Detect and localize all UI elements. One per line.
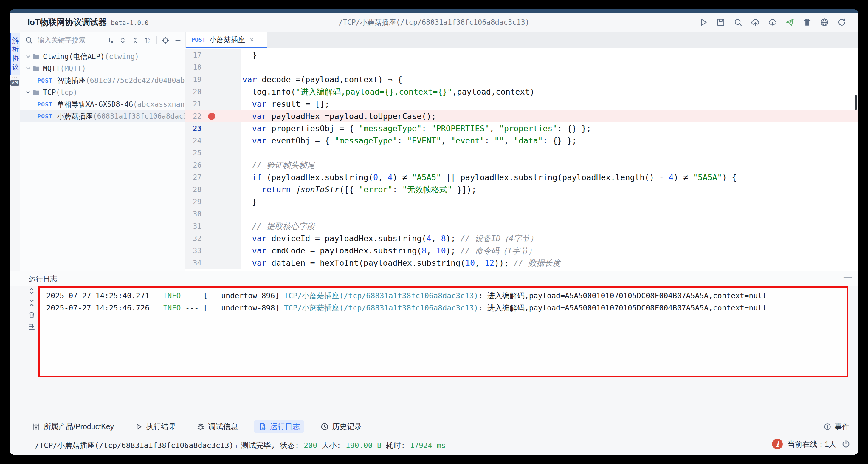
breakpoint-slot[interactable] <box>208 125 215 132</box>
export-log-icon[interactable] <box>27 323 36 331</box>
collapse-all-icon[interactable] <box>131 36 139 44</box>
gutter-line-17[interactable]: 17 <box>185 49 241 61</box>
minus-icon[interactable] <box>174 36 182 44</box>
chevron-down-icon[interactable] <box>25 65 32 72</box>
breakpoint-slot[interactable] <box>208 76 215 83</box>
bottom-tab-run-log[interactable]: LOG运行日志 <box>254 420 304 433</box>
tree-item-request-rail-meter[interactable]: POST单相导轨XA-GXSD8-4G(abcxassxnana <box>20 98 185 110</box>
code-text[interactable]: // 提取核心字段 <box>241 220 859 232</box>
run-icon[interactable] <box>699 18 708 27</box>
breakpoint-slot[interactable] <box>208 149 215 156</box>
breakpoint-slot[interactable] <box>208 235 215 242</box>
code-text[interactable] <box>241 147 859 159</box>
collapse-all-icon[interactable] <box>27 299 36 307</box>
gutter-line-21[interactable]: 21 <box>185 98 241 110</box>
breakpoint-slot[interactable] <box>208 198 215 205</box>
chevron-down-icon[interactable] <box>25 53 32 60</box>
trash-icon[interactable] <box>27 311 36 319</box>
gutter-line-18[interactable]: 18 <box>185 61 241 74</box>
bottom-tab-product[interactable]: 所属产品/ProductKey <box>27 420 118 433</box>
tree-item-folder-mqtt[interactable]: MQTT(MQTT) <box>20 63 185 75</box>
code-text[interactable]: if (payloadHex.substring(0, 4) ≠ "A5A5" … <box>241 171 859 183</box>
breakpoint-slot[interactable] <box>208 100 215 108</box>
breakpoint-slot[interactable] <box>208 259 215 267</box>
breakpoint-slot[interactable] <box>208 223 215 230</box>
code-text[interactable]: var propertiesObj = { "messageType": "PR… <box>241 122 859 135</box>
activity-tab-parse-protocol[interactable]: 解析协议 <box>9 33 20 75</box>
breakpoint-slot[interactable] <box>208 137 215 144</box>
bottom-tab-debug-info[interactable]: 调试信息 <box>192 420 242 433</box>
search-input[interactable] <box>37 36 103 45</box>
breakpoint-slot[interactable] <box>208 162 215 169</box>
breakpoint-slot[interactable] <box>208 88 215 95</box>
tree-item-request-smart-socket[interactable]: POST智能插座(681c0775c2dc427d0480ab5 <box>20 75 185 86</box>
activity-tab-api[interactable]: ••• API <box>10 77 20 86</box>
gutter-line-20[interactable]: 20 <box>185 86 241 98</box>
breakpoint-slot[interactable] <box>208 174 215 181</box>
code-text[interactable] <box>241 61 859 74</box>
gutter-line-19[interactable]: 19 <box>185 74 241 86</box>
power-icon[interactable] <box>841 439 851 449</box>
code-text[interactable]: var result = []; <box>241 98 859 110</box>
bottom-tab-history[interactable]: 历史记录 <box>316 420 366 433</box>
breakpoint-slot[interactable] <box>208 186 215 193</box>
tshirt-icon[interactable] <box>802 18 812 27</box>
code-text[interactable] <box>241 208 859 220</box>
code-text[interactable]: var eventObj = { "messageType": "EVENT",… <box>241 135 859 147</box>
code-text[interactable]: var cmdCode = payloadHex.substring(8, 10… <box>241 244 859 257</box>
editor-tab-mushroom-socket[interactable]: POST 小蘑菇插座 <box>186 32 267 48</box>
add-new-icon[interactable] <box>106 36 114 44</box>
code-text[interactable]: } <box>241 196 859 208</box>
save-icon[interactable] <box>716 18 725 27</box>
breakpoint-slot[interactable] <box>208 210 215 218</box>
code-text[interactable]: var payloadHex =payload.toUpperCase(); <box>241 110 859 122</box>
editor-scrollbar[interactable] <box>855 95 857 110</box>
gutter-line-26[interactable]: 26 <box>185 159 241 171</box>
cloud-download-icon[interactable] <box>768 18 777 27</box>
bottom-tab-exec-result[interactable]: 执行结果 <box>130 420 180 433</box>
breakpoint-slot[interactable] <box>208 64 215 71</box>
code-text[interactable]: // 验证帧头帧尾 <box>241 159 859 171</box>
tree-item-folder-tcp[interactable]: TCP(tcp) <box>20 86 185 98</box>
code-text[interactable]: var dataLen = hexToInt(payloadHex.substr… <box>241 257 859 269</box>
gutter-line-33[interactable]: 33 <box>185 244 241 257</box>
breakpoint-slot[interactable] <box>208 247 215 254</box>
breakpoint-slot[interactable] <box>208 52 215 59</box>
chevron-down-icon[interactable] <box>25 89 32 96</box>
tree-item-request-mushroom-socket[interactable]: POST小蘑菇插座(68831a1f38fc106a8dac3c13) <box>20 110 185 122</box>
expand-all-icon[interactable] <box>119 36 127 44</box>
gutter-line-34[interactable]: 34 <box>185 257 241 269</box>
sort-az-icon[interactable]: AZ <box>144 36 152 44</box>
gutter-line-31[interactable]: 31 <box>185 220 241 232</box>
gutter-line-23[interactable]: 23 <box>185 122 241 135</box>
code-text[interactable]: var decode =(payload,context) ⇒ { <box>241 74 859 86</box>
search-icon[interactable] <box>733 18 743 27</box>
log-source-link[interactable]: TCP/小蘑菇插座(/tcp/68831a1f38fc106a8dac3c13) <box>284 291 478 300</box>
gutter-line-27[interactable]: 27 <box>185 171 241 183</box>
globe-icon[interactable] <box>820 18 829 27</box>
code-text[interactable]: var deviceId = payloadHex.substring(4, 8… <box>241 232 859 244</box>
online-info-badge[interactable]: i <box>772 439 783 450</box>
events-button[interactable]: 事件 <box>823 422 849 432</box>
send-plane-icon[interactable] <box>785 18 795 27</box>
gutter-line-30[interactable]: 30 <box>185 208 241 220</box>
gutter-line-22[interactable]: 22 <box>185 110 241 122</box>
gutter-line-29[interactable]: 29 <box>185 196 241 208</box>
code-text[interactable]: return jsonToStr([{ "error": "无效帧格式" }])… <box>241 183 859 196</box>
close-icon[interactable] <box>249 36 255 43</box>
gutter-line-28[interactable]: 28 <box>185 183 241 196</box>
gutter-line-25[interactable]: 25 <box>185 147 241 159</box>
log-source-link[interactable]: TCP/小蘑菇插座(/tcp/68831a1f38fc106a8dac3c13) <box>284 303 478 312</box>
minimize-log-icon[interactable]: — <box>843 272 852 282</box>
tree-item-folder-ctwing[interactable]: Ctwing(电信AEP)(ctwing) <box>20 51 185 63</box>
refresh-icon[interactable] <box>837 18 846 27</box>
gutter-line-24[interactable]: 24 <box>185 135 241 147</box>
breakpoint-icon[interactable] <box>208 113 215 120</box>
expand-all-icon[interactable] <box>27 287 36 295</box>
code-text[interactable]: } <box>241 49 859 61</box>
gutter-line-32[interactable]: 32 <box>185 232 241 244</box>
locate-icon[interactable] <box>161 36 169 44</box>
cloud-upload-icon[interactable] <box>750 18 760 27</box>
code-text[interactable]: log.info("进入编解码,payload={},context={}",p… <box>241 86 859 98</box>
code-editor[interactable]: POST 小蘑菇插座 17 }1819var decode =(payload,… <box>185 32 859 271</box>
